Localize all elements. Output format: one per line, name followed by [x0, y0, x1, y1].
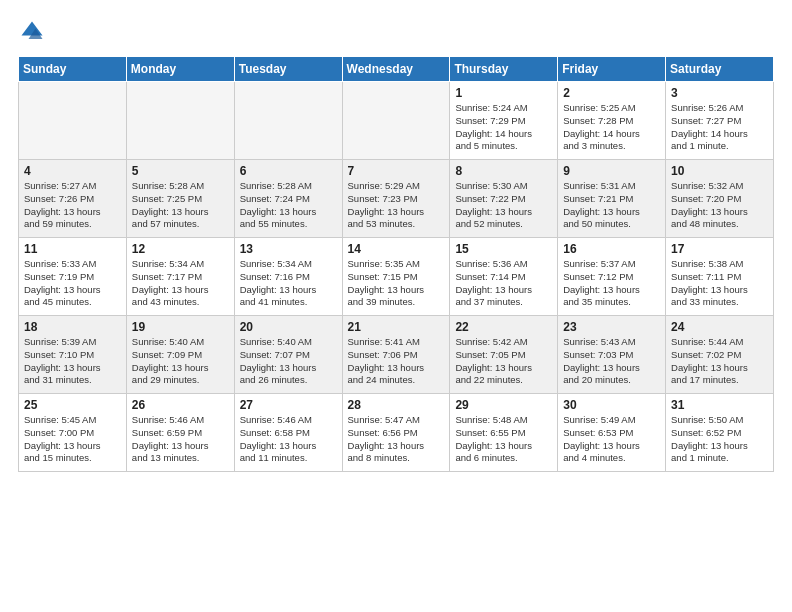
day-number: 1: [455, 86, 552, 100]
day-number: 23: [563, 320, 660, 334]
day-cell: 3Sunrise: 5:26 AMSunset: 7:27 PMDaylight…: [666, 82, 774, 160]
calendar-header: SundayMondayTuesdayWednesdayThursdayFrid…: [19, 57, 774, 82]
day-info: Sunrise: 5:28 AMSunset: 7:25 PMDaylight:…: [132, 180, 229, 231]
day-cell: 26Sunrise: 5:46 AMSunset: 6:59 PMDayligh…: [126, 394, 234, 472]
day-info: Sunrise: 5:24 AMSunset: 7:29 PMDaylight:…: [455, 102, 552, 153]
week-row-5: 25Sunrise: 5:45 AMSunset: 7:00 PMDayligh…: [19, 394, 774, 472]
logo: [18, 18, 50, 46]
day-cell: 12Sunrise: 5:34 AMSunset: 7:17 PMDayligh…: [126, 238, 234, 316]
day-cell: 9Sunrise: 5:31 AMSunset: 7:21 PMDaylight…: [558, 160, 666, 238]
day-cell: 2Sunrise: 5:25 AMSunset: 7:28 PMDaylight…: [558, 82, 666, 160]
day-number: 10: [671, 164, 768, 178]
day-cell: [126, 82, 234, 160]
weekday-thursday: Thursday: [450, 57, 558, 82]
day-info: Sunrise: 5:43 AMSunset: 7:03 PMDaylight:…: [563, 336, 660, 387]
day-cell: 20Sunrise: 5:40 AMSunset: 7:07 PMDayligh…: [234, 316, 342, 394]
day-info: Sunrise: 5:44 AMSunset: 7:02 PMDaylight:…: [671, 336, 768, 387]
day-cell: 23Sunrise: 5:43 AMSunset: 7:03 PMDayligh…: [558, 316, 666, 394]
day-number: 24: [671, 320, 768, 334]
day-info: Sunrise: 5:47 AMSunset: 6:56 PMDaylight:…: [348, 414, 445, 465]
day-cell: 13Sunrise: 5:34 AMSunset: 7:16 PMDayligh…: [234, 238, 342, 316]
day-info: Sunrise: 5:41 AMSunset: 7:06 PMDaylight:…: [348, 336, 445, 387]
day-cell: 30Sunrise: 5:49 AMSunset: 6:53 PMDayligh…: [558, 394, 666, 472]
day-info: Sunrise: 5:40 AMSunset: 7:07 PMDaylight:…: [240, 336, 337, 387]
day-cell: 17Sunrise: 5:38 AMSunset: 7:11 PMDayligh…: [666, 238, 774, 316]
day-number: 22: [455, 320, 552, 334]
day-info: Sunrise: 5:36 AMSunset: 7:14 PMDaylight:…: [455, 258, 552, 309]
day-info: Sunrise: 5:27 AMSunset: 7:26 PMDaylight:…: [24, 180, 121, 231]
day-info: Sunrise: 5:34 AMSunset: 7:16 PMDaylight:…: [240, 258, 337, 309]
day-cell: 14Sunrise: 5:35 AMSunset: 7:15 PMDayligh…: [342, 238, 450, 316]
day-cell: 4Sunrise: 5:27 AMSunset: 7:26 PMDaylight…: [19, 160, 127, 238]
day-info: Sunrise: 5:26 AMSunset: 7:27 PMDaylight:…: [671, 102, 768, 153]
day-number: 17: [671, 242, 768, 256]
day-cell: 16Sunrise: 5:37 AMSunset: 7:12 PMDayligh…: [558, 238, 666, 316]
day-cell: 11Sunrise: 5:33 AMSunset: 7:19 PMDayligh…: [19, 238, 127, 316]
day-info: Sunrise: 5:31 AMSunset: 7:21 PMDaylight:…: [563, 180, 660, 231]
calendar: SundayMondayTuesdayWednesdayThursdayFrid…: [18, 56, 774, 472]
day-info: Sunrise: 5:32 AMSunset: 7:20 PMDaylight:…: [671, 180, 768, 231]
day-cell: 29Sunrise: 5:48 AMSunset: 6:55 PMDayligh…: [450, 394, 558, 472]
day-cell: 10Sunrise: 5:32 AMSunset: 7:20 PMDayligh…: [666, 160, 774, 238]
day-number: 14: [348, 242, 445, 256]
header: [18, 18, 774, 46]
day-number: 4: [24, 164, 121, 178]
day-number: 20: [240, 320, 337, 334]
weekday-sunday: Sunday: [19, 57, 127, 82]
weekday-row: SundayMondayTuesdayWednesdayThursdayFrid…: [19, 57, 774, 82]
day-info: Sunrise: 5:28 AMSunset: 7:24 PMDaylight:…: [240, 180, 337, 231]
day-info: Sunrise: 5:40 AMSunset: 7:09 PMDaylight:…: [132, 336, 229, 387]
day-number: 28: [348, 398, 445, 412]
day-number: 2: [563, 86, 660, 100]
day-cell: [234, 82, 342, 160]
day-cell: 27Sunrise: 5:46 AMSunset: 6:58 PMDayligh…: [234, 394, 342, 472]
day-number: 26: [132, 398, 229, 412]
day-number: 16: [563, 242, 660, 256]
day-info: Sunrise: 5:38 AMSunset: 7:11 PMDaylight:…: [671, 258, 768, 309]
day-info: Sunrise: 5:45 AMSunset: 7:00 PMDaylight:…: [24, 414, 121, 465]
day-info: Sunrise: 5:33 AMSunset: 7:19 PMDaylight:…: [24, 258, 121, 309]
day-cell: [342, 82, 450, 160]
day-number: 15: [455, 242, 552, 256]
day-number: 27: [240, 398, 337, 412]
day-number: 18: [24, 320, 121, 334]
day-number: 9: [563, 164, 660, 178]
day-number: 8: [455, 164, 552, 178]
day-cell: 21Sunrise: 5:41 AMSunset: 7:06 PMDayligh…: [342, 316, 450, 394]
day-cell: 8Sunrise: 5:30 AMSunset: 7:22 PMDaylight…: [450, 160, 558, 238]
svg-marker-0: [22, 22, 43, 36]
day-number: 31: [671, 398, 768, 412]
logo-icon: [18, 18, 46, 46]
day-cell: 31Sunrise: 5:50 AMSunset: 6:52 PMDayligh…: [666, 394, 774, 472]
day-info: Sunrise: 5:46 AMSunset: 6:58 PMDaylight:…: [240, 414, 337, 465]
page: SundayMondayTuesdayWednesdayThursdayFrid…: [0, 0, 792, 612]
day-info: Sunrise: 5:37 AMSunset: 7:12 PMDaylight:…: [563, 258, 660, 309]
week-row-3: 11Sunrise: 5:33 AMSunset: 7:19 PMDayligh…: [19, 238, 774, 316]
weekday-tuesday: Tuesday: [234, 57, 342, 82]
day-cell: 25Sunrise: 5:45 AMSunset: 7:00 PMDayligh…: [19, 394, 127, 472]
day-number: 11: [24, 242, 121, 256]
week-row-4: 18Sunrise: 5:39 AMSunset: 7:10 PMDayligh…: [19, 316, 774, 394]
weekday-saturday: Saturday: [666, 57, 774, 82]
day-cell: 1Sunrise: 5:24 AMSunset: 7:29 PMDaylight…: [450, 82, 558, 160]
day-info: Sunrise: 5:25 AMSunset: 7:28 PMDaylight:…: [563, 102, 660, 153]
day-number: 3: [671, 86, 768, 100]
day-info: Sunrise: 5:34 AMSunset: 7:17 PMDaylight:…: [132, 258, 229, 309]
day-info: Sunrise: 5:39 AMSunset: 7:10 PMDaylight:…: [24, 336, 121, 387]
calendar-body: 1Sunrise: 5:24 AMSunset: 7:29 PMDaylight…: [19, 82, 774, 472]
day-info: Sunrise: 5:35 AMSunset: 7:15 PMDaylight:…: [348, 258, 445, 309]
day-number: 6: [240, 164, 337, 178]
day-cell: 7Sunrise: 5:29 AMSunset: 7:23 PMDaylight…: [342, 160, 450, 238]
day-info: Sunrise: 5:30 AMSunset: 7:22 PMDaylight:…: [455, 180, 552, 231]
day-info: Sunrise: 5:42 AMSunset: 7:05 PMDaylight:…: [455, 336, 552, 387]
day-cell: 6Sunrise: 5:28 AMSunset: 7:24 PMDaylight…: [234, 160, 342, 238]
day-number: 25: [24, 398, 121, 412]
weekday-monday: Monday: [126, 57, 234, 82]
day-cell: [19, 82, 127, 160]
day-cell: 22Sunrise: 5:42 AMSunset: 7:05 PMDayligh…: [450, 316, 558, 394]
day-number: 29: [455, 398, 552, 412]
weekday-friday: Friday: [558, 57, 666, 82]
day-number: 5: [132, 164, 229, 178]
day-info: Sunrise: 5:49 AMSunset: 6:53 PMDaylight:…: [563, 414, 660, 465]
day-cell: 15Sunrise: 5:36 AMSunset: 7:14 PMDayligh…: [450, 238, 558, 316]
